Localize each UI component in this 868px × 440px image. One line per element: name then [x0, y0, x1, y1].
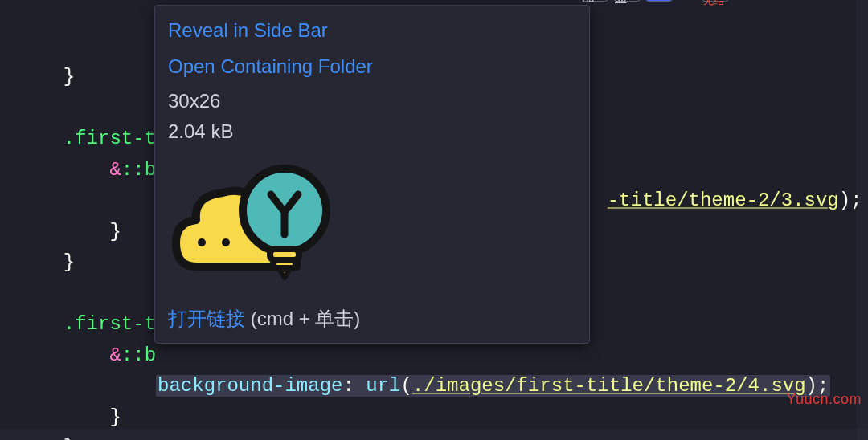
code-line: [40, 283, 51, 304]
svg-point-1: [222, 238, 230, 246]
code-line: }: [40, 66, 75, 88]
code-line: }: [40, 221, 121, 242]
regex-toggle[interactable]: [646, 0, 672, 2]
code-line: &::b: [40, 159, 156, 181]
code-line: &::b: [40, 344, 156, 366]
hover-follow-link-hint: 打开链接 (cmd + 单击): [168, 304, 576, 333]
code-line: }: [40, 406, 121, 428]
code-line: }: [40, 35, 167, 57]
horizontal-scrollbar[interactable]: [0, 429, 868, 440]
image-filesize: 2.04 kB: [168, 116, 576, 146]
find-toolbar: Aa ab 无结: [579, 0, 868, 5]
code-line: [40, 97, 51, 119]
open-link-text[interactable]: 打开链接: [168, 308, 245, 329]
image-preview: [168, 154, 345, 289]
code-line: .first-t: [40, 128, 156, 149]
vertical-scrollbar[interactable]: [857, 0, 868, 440]
match-case-toggle[interactable]: Aa: [582, 0, 608, 2]
code-line: background-image: url(./images/first-tit…: [40, 375, 830, 397]
svg-point-0: [198, 238, 206, 246]
watermark: Yuucn.com: [786, 391, 862, 408]
open-containing-folder-link[interactable]: Open Containing Folder: [168, 51, 576, 81]
hover-popup: Reveal in Side Bar Open Containing Folde…: [154, 5, 590, 344]
code-line: }: [40, 251, 75, 273]
svg-rect-4: [273, 260, 296, 268]
image-dimensions: 30x26: [168, 86, 576, 116]
reveal-in-sidebar-link[interactable]: Reveal in Side Bar: [168, 15, 576, 45]
match-whole-word-toggle[interactable]: ab: [614, 0, 640, 2]
no-results-label: 无结: [702, 0, 728, 2]
code-line: .first-t: [40, 313, 156, 335]
